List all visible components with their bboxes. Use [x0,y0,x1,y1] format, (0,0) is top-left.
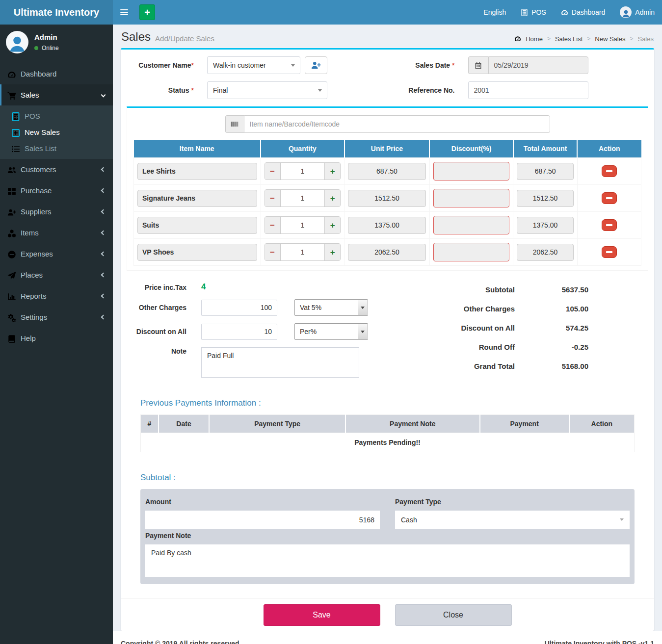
nav-language[interactable]: English [476,0,513,25]
sidebar-item-items[interactable]: Items [0,222,113,243]
other-charges-type-value: Vat 5% [300,304,321,311]
quantity-increase-button[interactable]: + [325,190,340,206]
remove-item-button[interactable] [602,246,617,258]
breadcrumb-sales: Sales [637,35,654,43]
price-inc-tax-value: 4 [201,282,206,292]
sidebar-item-settings[interactable]: Settings [0,307,113,328]
total-value: -0.25 [515,343,588,351]
quick-add-button[interactable]: + [139,4,155,20]
note-textarea[interactable]: Paid Full [201,347,359,378]
sidebar-item-help[interactable]: Help [0,328,113,349]
quantity-increase-button[interactable]: + [325,244,340,260]
calendar-addon[interactable] [468,56,488,74]
save-button[interactable]: Save [264,604,380,626]
breadcrumb-home[interactable]: Home [526,35,543,43]
sales-date-input[interactable] [488,56,588,74]
total-amount-input[interactable] [517,244,573,261]
quantity-decrease-button[interactable]: − [265,244,280,260]
quantity-increase-button[interactable]: + [325,217,340,233]
item-name-input[interactable] [137,217,257,234]
sidebar-item-customers[interactable]: Customers [0,159,113,180]
other-charges-type-select[interactable]: Vat 5% [294,299,368,316]
unit-price-input[interactable] [348,244,426,261]
plus-square-icon [11,129,20,136]
unit-price-input[interactable] [348,217,426,234]
remove-item-button[interactable] [602,192,617,204]
reference-label: Reference No. [388,86,468,94]
sidebar-item-label: Suppliers [21,207,52,216]
breadcrumb-new-sales[interactable]: New Sales [595,35,625,43]
quantity-input[interactable] [280,217,325,233]
quantity-decrease-button[interactable]: − [265,190,280,206]
form-actions: Save Close [121,598,654,631]
close-button[interactable]: Close [395,604,512,626]
item-search-input[interactable] [244,115,550,133]
remove-item-button[interactable] [602,165,617,177]
other-charges-input[interactable] [201,300,277,316]
total-amount-input[interactable] [517,190,573,207]
payment-type-select[interactable]: Cash [395,511,630,529]
unit-price-input[interactable] [348,163,426,180]
discount-input[interactable] [433,189,510,207]
payment-note-textarea[interactable]: Paid By cash [145,544,630,577]
status-select[interactable]: Final [207,81,327,99]
page-subtitle: Add/Update Sales [155,31,214,43]
reference-input[interactable] [468,81,588,99]
remove-item-button[interactable] [602,219,617,231]
calculator-icon [11,112,20,120]
amount-label: Amount [145,498,380,506]
quantity-increase-button[interactable]: + [325,163,340,180]
quantity-stepper: −+ [265,216,341,234]
nav-language-label: English [483,8,506,16]
sidebar-item-expenses[interactable]: Expenses [0,243,113,264]
sidebar-subitem-label: POS [25,112,40,120]
unit-price-input[interactable] [348,190,426,207]
total-amount-input[interactable] [517,163,573,180]
quantity-input[interactable] [280,163,325,180]
customer-select-value: Walk-in customer [213,61,266,69]
chevron-down-icon [358,324,367,339]
items-table-header: Item Name Quantity Unit Price Discount(%… [134,140,641,158]
discount-input[interactable] [433,243,510,261]
add-customer-button[interactable] [305,56,327,74]
discount-type-select[interactable]: Per% [294,323,368,340]
nav-dashboard[interactable]: Dashboard [554,0,613,25]
sidebar-item-sales[interactable]: Sales [0,84,113,105]
sidebar-subitem-sales-list[interactable]: Sales List [0,140,113,156]
sidebar-toggle-button[interactable] [113,0,135,25]
sidebar-item-suppliers[interactable]: Suppliers [0,201,113,222]
charges-section: Price inc.Tax 4 Other Charges Vat 5% [121,271,654,385]
customer-select[interactable]: Walk-in customer [207,56,300,74]
payments-table-header: # Date Payment Type Payment Note Payment… [141,415,635,433]
sidebar-subitem-new-sales[interactable]: New Sales [0,124,113,140]
item-name-input[interactable] [137,163,257,180]
brand-logo[interactable]: Ultimate Inventory [0,0,113,25]
person-icon [7,34,27,53]
sidebar-item-places[interactable]: Places [0,264,113,285]
breadcrumb-sales-list[interactable]: Sales List [555,35,583,43]
sidebar-item-reports[interactable]: Reports [0,285,113,307]
sidebar-item-purchase[interactable]: Purchase [0,180,113,201]
minus-icon [606,251,612,253]
page: Ultimate Inventory + English POS Dashboa… [0,0,662,644]
quantity-stepper: −+ [265,243,341,261]
quantity-decrease-button[interactable]: − [265,163,280,180]
discount-input[interactable] [433,162,510,180]
nav-user-menu[interactable]: Admin [612,0,662,25]
discount-input[interactable] [433,216,510,234]
breadcrumb: Home>Sales List>New Sales>Sales [514,31,654,43]
quantity-input[interactable] [280,244,325,260]
nav-pos[interactable]: POS [513,0,554,25]
sidebar-subitem-pos[interactable]: POS [0,108,113,124]
content-header: Sales Add/Update Sales Home>Sales List>N… [113,25,662,48]
sale-header-form: Customer Name* Walk-in customer Sales Da… [121,56,654,99]
quantity-decrease-button[interactable]: − [265,217,280,233]
item-name-input[interactable] [137,244,257,261]
total-amount-input[interactable] [517,217,573,234]
discount-on-all-input[interactable] [201,324,277,340]
amount-input[interactable] [145,511,380,529]
quantity-input[interactable] [280,190,325,206]
minus-icon [606,224,612,226]
sidebar-item-dashboard[interactable]: Dashboard [0,63,113,84]
item-name-input[interactable] [137,190,257,207]
